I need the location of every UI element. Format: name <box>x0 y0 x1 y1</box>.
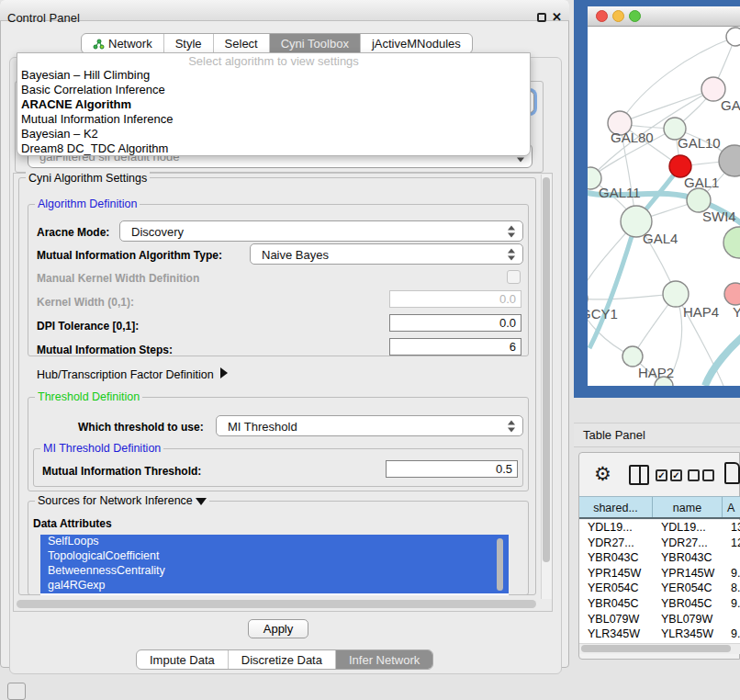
table-row[interactable]: YER054CYER054C8. <box>579 581 740 596</box>
combo-arrows-icon <box>508 248 515 260</box>
checked-checkbox-icon[interactable]: ✓ <box>656 469 667 481</box>
tab-cyni-toolbox[interactable]: Cyni Toolbox <box>270 34 361 53</box>
aracne-mode-combobox[interactable]: Discovery <box>119 220 523 242</box>
sources-group-title[interactable]: Sources for Network Inference <box>35 494 209 507</box>
column-header-clipped[interactable]: A <box>723 497 740 517</box>
tab-impute-data[interactable]: Impute Data <box>137 650 229 669</box>
zoom-traffic-light-icon[interactable] <box>629 10 641 22</box>
network-window-titlebar[interactable] <box>588 6 740 27</box>
dpi-tolerance-label: DPI Tolerance [0,1]: <box>37 320 139 333</box>
dropdown-item-selected[interactable]: ARACNE Algorithm <box>17 97 530 112</box>
mi-threshold-field[interactable]: 0.5 <box>386 460 518 478</box>
manual-kernel-label: Manual Kernel Width Definition <box>37 272 199 285</box>
tab-infer-network[interactable]: Infer Network <box>336 650 432 669</box>
node-salmon[interactable] <box>724 283 740 305</box>
kernel-width-field[interactable]: 0.0 <box>389 290 521 308</box>
dropdown-item[interactable]: Basic Correlation Inference <box>17 83 530 97</box>
apply-button[interactable]: Apply <box>248 619 308 638</box>
list-item[interactable]: SelfLoops <box>40 535 509 549</box>
table-row[interactable]: YBR043CYBR043C <box>579 550 740 566</box>
tab-select[interactable]: Select <box>214 34 270 53</box>
control-panel-titlebar[interactable] <box>0 0 569 21</box>
tab-jactivemnodules[interactable]: jActiveMNodules <box>361 34 472 53</box>
cell: YDR27... <box>579 536 653 551</box>
dropdown-item[interactable]: Mutual Information Inference <box>17 112 530 127</box>
cell: YDL19... <box>579 520 653 536</box>
list-item[interactable]: BetweennessCentrality <box>40 564 509 579</box>
dropdown-item[interactable]: Bayesian – K2 <box>17 127 530 141</box>
node-label: GCY1 <box>588 306 618 322</box>
cell: YBL079W <box>579 612 653 627</box>
table-body: YDL19...YDL19...13 YDR27...YDR27...12 YB… <box>579 520 740 643</box>
node-gray[interactable] <box>719 145 740 176</box>
list-item[interactable]: gal4RGexp <box>40 579 509 593</box>
table-horizontal-scrollbar-thumb[interactable] <box>581 645 731 652</box>
cell: YBR043C <box>653 550 723 566</box>
mi-steps-label: Mutual Information Steps: <box>37 344 173 356</box>
node[interactable] <box>726 28 740 46</box>
data-attributes-list: SelfLoops TopologicalCoefficient Between… <box>40 535 509 595</box>
list-scrollbar-thumb[interactable] <box>497 538 503 591</box>
which-threshold-label: Which threshold to use: <box>78 421 204 434</box>
table-row[interactable]: YDL19...YDL19...13 <box>579 520 740 536</box>
tab-discretize-data[interactable]: Discretize Data <box>229 650 336 669</box>
node-label: GAL4 <box>643 231 678 246</box>
dropdown-item[interactable]: Dream8 DC_TDC Algorithm <box>17 141 530 156</box>
unchecked-checkbox-icon[interactable] <box>688 469 700 481</box>
manual-kernel-checkbox[interactable] <box>507 270 521 284</box>
float-window-icon[interactable] <box>537 13 546 22</box>
document-icon[interactable] <box>724 462 740 484</box>
node-hap2[interactable] <box>622 346 643 367</box>
cell: YPR145W <box>653 566 723 581</box>
table-row[interactable]: YDR27...YDR27...12 <box>579 536 740 551</box>
table-row[interactable]: YBL079WYBL079W <box>579 612 740 627</box>
aracne-mode-label: Aracne Mode: <box>37 226 109 239</box>
vertical-scrollbar-thumb[interactable] <box>543 177 550 562</box>
cell: 12 <box>723 536 740 551</box>
cyni-algorithm-settings-title: Cyni Algorithm Settings <box>26 172 150 185</box>
cell: YBR045C <box>579 596 653 612</box>
which-threshold-combobox[interactable]: MI Threshold <box>216 415 523 436</box>
combo-arrows-icon <box>508 420 515 432</box>
hub-definition-label[interactable]: Hub/Transcription Factor Definition <box>37 367 228 381</box>
checked-checkbox-icon[interactable]: ✓ <box>670 469 682 481</box>
node-label: GAL1 <box>684 175 719 190</box>
node-label: GAL11 <box>599 185 641 200</box>
cell: 8. <box>723 581 740 596</box>
collapse-down-icon[interactable] <box>196 498 207 505</box>
horizontal-scrollbar-thumb[interactable] <box>17 600 536 608</box>
network-icon <box>93 39 105 52</box>
data-attributes-label: Data Attributes <box>33 517 112 530</box>
dpi-tolerance-field[interactable]: 0.0 <box>389 314 521 332</box>
minimize-traffic-light-icon[interactable] <box>612 10 624 22</box>
network-view-window: GAL GAL80 GAL10 GAL1 GAL11 SWI4 GAL4 GCY… <box>588 6 740 386</box>
table-row[interactable]: YLR345WYLR345W9. <box>579 627 740 642</box>
mi-steps-field[interactable]: 6 <box>389 338 521 356</box>
collapsed-panel-button[interactable] <box>7 683 26 700</box>
cell: 9. <box>723 627 740 642</box>
column-layout-icon[interactable] <box>629 465 649 485</box>
gear-icon[interactable]: ⚙ <box>594 464 611 483</box>
table-row[interactable]: YPR145WYPR145W9. <box>579 566 740 581</box>
column-header-name[interactable]: name <box>653 497 723 517</box>
node-label: GAL10 <box>678 135 721 151</box>
close-icon[interactable]: ✕ <box>552 10 562 24</box>
unchecked-checkbox-icon[interactable] <box>702 469 714 481</box>
column-header-shared-name[interactable]: shared... <box>579 497 653 517</box>
kernel-width-label: Kernel Width (0,1): <box>37 296 134 309</box>
aracne-mode-value: Discovery <box>131 224 184 238</box>
dropdown-item[interactable]: Bayesian – Hill Climbing <box>17 68 530 83</box>
node-hap4[interactable] <box>663 281 689 307</box>
table-row[interactable]: YBR045CYBR045C9. <box>579 596 740 612</box>
tab-network[interactable]: Network <box>82 34 164 53</box>
close-traffic-light-icon[interactable] <box>596 10 608 22</box>
list-item[interactable]: TopologicalCoefficient <box>40 549 509 564</box>
network-canvas[interactable]: GAL GAL80 GAL10 GAL1 GAL11 SWI4 GAL4 GCY… <box>588 27 740 386</box>
cell: 9. <box>723 596 740 612</box>
node-green-large[interactable] <box>723 227 740 258</box>
control-panel-tabbar: Network Style Select Cyni Toolbox jActiv… <box>81 33 473 54</box>
mi-type-combobox[interactable]: Naive Bayes <box>250 243 523 265</box>
node-label: GAL80 <box>611 130 654 145</box>
expand-right-icon[interactable] <box>220 367 228 378</box>
tab-style[interactable]: Style <box>164 34 214 53</box>
